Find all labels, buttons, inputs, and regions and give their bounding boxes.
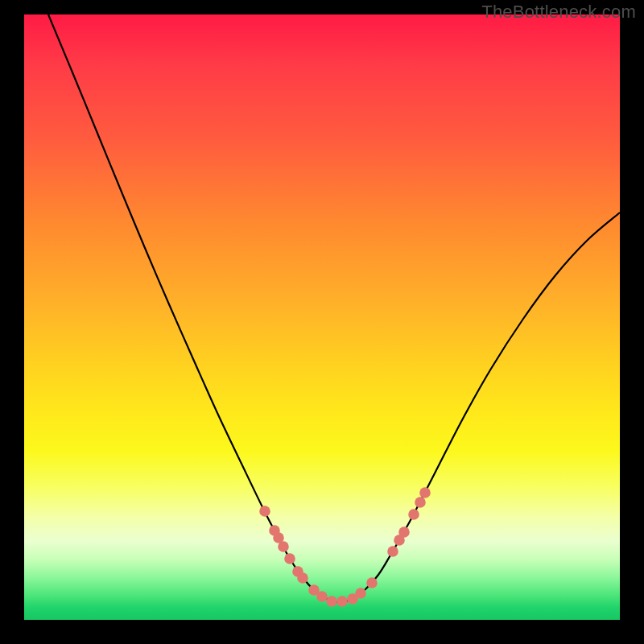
marker-group: [259, 487, 431, 607]
curve-marker: [336, 596, 348, 607]
curve-marker: [259, 506, 270, 517]
curve-svg: [24, 14, 620, 620]
plot-area: [24, 14, 620, 620]
curve-marker: [366, 577, 378, 588]
curve-marker: [398, 526, 410, 538]
curve-marker: [419, 487, 431, 498]
bottleneck-curve: [48, 14, 620, 602]
curve-marker: [326, 596, 337, 607]
curve-marker: [408, 509, 419, 520]
curve-marker: [316, 591, 328, 602]
curve-marker: [415, 497, 426, 508]
curve-marker: [355, 588, 366, 599]
watermark-text: TheBottleneck.com: [481, 2, 636, 23]
curve-marker: [278, 541, 289, 552]
curve-marker: [284, 553, 295, 564]
curve-marker: [297, 572, 308, 584]
curve-marker: [387, 546, 398, 557]
chart-frame: TheBottleneck.com: [0, 0, 644, 644]
